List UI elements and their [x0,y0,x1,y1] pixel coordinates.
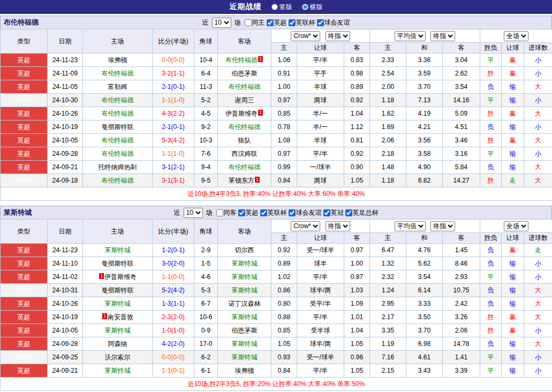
bookmaker-select[interactable]: Crow* [291,31,320,41]
team-link[interactable]: 布伦特福德 [102,150,134,157]
avg-select[interactable]: 平均值 [395,31,426,41]
team-link[interactable]: 伊普斯维奇 [225,110,258,117]
filter-checkbox-input[interactable] [345,209,352,216]
score-link[interactable]: 5-2(4-2) [153,284,194,297]
layout-vertical-radio[interactable]: 竖版 [271,3,292,12]
score-link[interactable]: 0-0(0-0) [153,54,194,67]
team-link[interactable]: 西汉姆联 [232,150,258,157]
filter-checkbox-input[interactable] [238,209,245,216]
filter-checkbox[interactable]: 同主 [245,18,265,27]
team-link[interactable]: 埃弗顿 [108,56,127,64]
scope-select[interactable]: 全场 [504,31,528,41]
filter-checkbox[interactable]: 英联杯 [289,18,315,27]
filter-checkbox-input[interactable] [260,209,267,216]
score-link[interactable]: 4-3(2-2) [153,107,194,120]
team-link[interactable]: 布伦特福德 [102,110,134,117]
team-link[interactable]: 诺丁汉森林 [229,300,261,307]
avg-select[interactable]: 平均值 [395,221,426,231]
filter-checkbox[interactable]: 英超 [238,208,259,217]
score-link[interactable]: 3-2(1-1) [153,67,194,80]
team-link[interactable]: 阿森纳 [108,340,127,348]
score-link[interactable]: 0-0(0-0) [153,351,194,364]
filter-checkbox[interactable]: 球会友谊 [289,208,322,217]
team-link[interactable]: 莱斯特城 [232,340,258,348]
team-link[interactable]: 莱斯特城 [232,260,258,267]
team-link[interactable]: 伊普斯维奇 [104,273,137,281]
team-link[interactable]: 布伦特福德 [229,163,261,171]
score-link[interactable]: 1-1(1-0) [153,94,194,107]
home-team-cell: 曼彻斯特联 [83,120,153,134]
score-link[interactable]: 2-3(2-0) [153,311,194,324]
score-link[interactable]: 5-3(4-2) [153,134,194,147]
team-link[interactable]: 莱斯特城 [105,246,131,254]
team-link[interactable]: 曼彻斯特联 [102,260,134,267]
team-link[interactable]: 莱斯特城 [232,287,258,294]
filter-checkbox[interactable]: 球会友谊 [317,18,350,27]
team-link[interactable]: 莱斯特城 [232,313,258,321]
team-link[interactable]: 布伦特福德 [102,177,134,184]
team-link[interactable]: 切尔西 [235,246,254,254]
team-link[interactable]: 布伦特福德 [102,70,134,77]
team-link[interactable]: 伯恩茅斯 [232,70,258,77]
team-link[interactable]: 伯恩茅斯 [232,327,258,334]
filter-checkbox-input[interactable] [245,19,252,26]
filter-checkbox[interactable]: 同客 [216,208,237,217]
score-link[interactable]: 1-1(1-0) [153,147,194,161]
team-link[interactable]: 莱斯特城 [105,300,131,307]
filter-checkbox[interactable]: 英冠 [323,208,344,217]
team-link[interactable]: 布伦特福德 [102,96,134,104]
team-link[interactable]: 曼彻斯特联 [102,123,134,131]
team-link[interactable]: 莱斯特城 [232,353,258,361]
score-link[interactable]: 1-2(0-1) [153,244,194,257]
avg-away: 3.16 [443,147,480,161]
team-link[interactable]: 沃尔索尔 [105,353,131,361]
avg-stage-select[interactable]: 终指 [430,221,455,231]
score-link[interactable]: 2-1(0-1) [153,120,194,134]
team-link[interactable]: 莱顿东方 [229,177,254,184]
team-link[interactable]: 莱斯特城 [105,367,131,374]
filter-checkbox-input[interactable] [216,209,223,216]
layout-horizontal-radio[interactable]: 横版 [302,3,323,12]
team-link[interactable]: 布伦特福德 [225,56,258,64]
score-link[interactable]: 1-0(1-0) [153,324,194,337]
filter-checkbox[interactable]: 英足总杯 [345,208,379,217]
team-link[interactable]: 狼队 [238,137,251,144]
team-link[interactable]: 曼彻斯特联 [102,287,134,294]
team-link[interactable]: 托特纳姆热刺 [99,163,137,171]
score-link[interactable]: 1-3(1-1) [153,297,194,311]
filter-checkbox-input[interactable] [267,19,274,26]
score-link[interactable]: 3-1(2-1) [153,161,194,174]
layout-vertical-radio-input[interactable] [271,4,278,10]
layout-horizontal-radio-input[interactable] [302,4,308,10]
score-link[interactable]: 3-1(3-1) [153,174,194,187]
score-link[interactable]: 1-1(0-1) [153,364,194,378]
filter-checkbox-input[interactable] [289,209,296,216]
match-date: 24-10-19 [48,311,83,324]
filter-checkbox[interactable]: 英联杯 [260,208,287,217]
score-link[interactable]: 3-0(2-0) [153,257,194,270]
avg-stage-select[interactable]: 终指 [430,31,455,41]
odds-stage-select[interactable]: 终指 [326,221,350,231]
recent-count-select[interactable]: 10 [184,208,203,218]
filter-checkbox-input[interactable] [323,209,330,216]
result-goals: 小 [524,67,552,80]
team-link[interactable]: 莱斯特城 [232,273,258,281]
odds-stage-select[interactable]: 终指 [326,31,350,41]
bookmaker-select[interactable]: Crow* [291,221,320,231]
filter-checkbox-input[interactable] [317,19,324,26]
filter-checkbox[interactable]: 英超 [267,18,287,27]
score-link[interactable]: 4-2(2-0) [153,337,194,351]
scope-select[interactable]: 全场 [504,221,528,231]
score-link[interactable]: 1-1(0-0) [153,270,194,284]
team-link[interactable]: 莱斯特城 [105,327,131,334]
team-link[interactable]: 布伦特福德 [229,83,261,91]
team-link[interactable]: 布伦特福德 [102,137,134,144]
team-link[interactable]: 布伦特福德 [229,123,261,131]
filter-checkbox-input[interactable] [289,19,296,26]
team-link[interactable]: 南安普敦 [108,313,133,321]
team-link[interactable]: 埃弗顿 [235,367,254,374]
team-link[interactable]: 谢周三 [235,96,254,104]
recent-count-select[interactable]: 10 [212,18,231,28]
score-link[interactable]: 2-1(0-1) [153,80,194,94]
team-link[interactable]: 富勒姆 [108,83,127,91]
